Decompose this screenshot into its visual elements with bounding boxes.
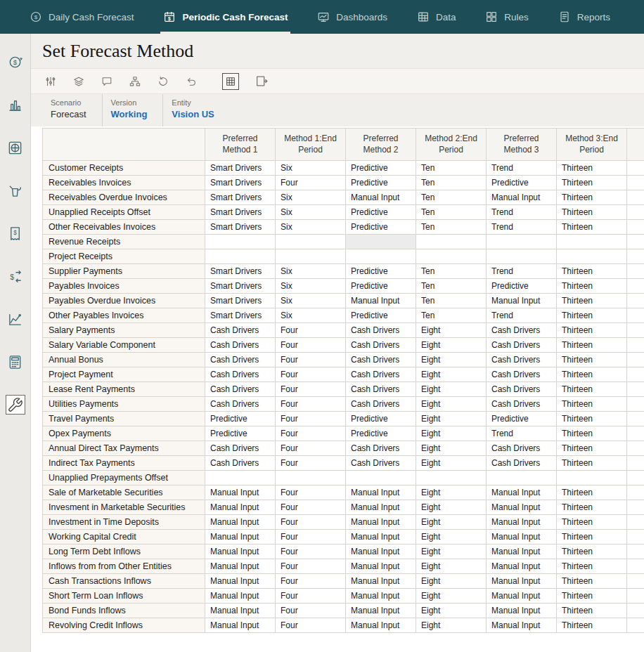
- grid-cell[interactable]: [205, 471, 276, 485]
- row-label[interactable]: Short Term Loan Inflows: [43, 589, 205, 604]
- grid-cell[interactable]: Manual Input: [346, 190, 416, 205]
- grid-cell[interactable]: [276, 235, 346, 249]
- grid-cell[interactable]: Manual Input: [487, 589, 557, 604]
- grid-cell[interactable]: Four: [276, 353, 346, 367]
- grid-cell[interactable]: [416, 249, 487, 264]
- grid-cell[interactable]: Cash Drivers: [346, 367, 416, 382]
- nav-tab-data[interactable]: Data: [413, 0, 461, 34]
- grid-cell[interactable]: Manual Input: [487, 190, 557, 205]
- grid-cell[interactable]: Thirteen: [557, 589, 627, 604]
- grid-cell[interactable]: Manual Input: [487, 545, 557, 559]
- grid-cell[interactable]: Manual Input: [487, 559, 557, 574]
- sidebar-item-wrench[interactable]: [6, 395, 25, 415]
- column-header-preferred-method-2[interactable]: Preferred Method 2: [346, 129, 416, 161]
- row-label[interactable]: Project Receipts: [43, 249, 205, 264]
- grid-cell[interactable]: Manual Input: [205, 604, 276, 618]
- grid-cell[interactable]: Eight: [416, 441, 487, 456]
- grid-cell[interactable]: Four: [276, 485, 346, 500]
- row-label[interactable]: Annual Bonus: [43, 353, 205, 367]
- grid-cell[interactable]: Ten: [416, 205, 487, 220]
- grid-cell[interactable]: Eight: [416, 382, 487, 397]
- grid-cell[interactable]: Thirteen: [557, 604, 627, 618]
- grid-cell[interactable]: Eight: [416, 367, 487, 382]
- grid-cell[interactable]: Four: [276, 367, 346, 382]
- grid-cell[interactable]: Manual Input: [487, 604, 557, 618]
- grid-cell[interactable]: Ten: [416, 190, 487, 205]
- grid-cell[interactable]: Four: [276, 545, 346, 559]
- sidebar-item-cash-cycle[interactable]: $: [6, 52, 25, 72]
- grid-cell[interactable]: Cash Drivers: [487, 397, 557, 412]
- row-label[interactable]: Lease Rent Payments: [43, 382, 205, 397]
- column-header-method-3-end-period[interactable]: Method 3:End Period: [557, 129, 627, 161]
- grid-cell[interactable]: Thirteen: [557, 485, 627, 500]
- grid-cell[interactable]: Trend: [487, 220, 557, 235]
- grid-cell[interactable]: Thirteen: [557, 205, 627, 220]
- grid-cell[interactable]: Four: [276, 589, 346, 604]
- grid-cell[interactable]: [557, 235, 627, 249]
- sidebar-item-trend-analysis[interactable]: [6, 309, 25, 329]
- grid-cell[interactable]: Four: [276, 426, 346, 441]
- grid-cell[interactable]: Four: [276, 323, 346, 338]
- grid-cell[interactable]: Manual Input: [346, 545, 416, 559]
- grid-cell[interactable]: Predictive: [346, 308, 416, 323]
- grid-cell[interactable]: Cash Drivers: [205, 397, 276, 412]
- grid-cell[interactable]: Predictive: [346, 205, 416, 220]
- grid-cell[interactable]: Predictive: [346, 161, 416, 176]
- grid-cell[interactable]: Eight: [416, 500, 487, 515]
- grid-cell[interactable]: Four: [276, 604, 346, 618]
- grid-cell[interactable]: [557, 471, 627, 485]
- grid-cell[interactable]: Cash Drivers: [346, 323, 416, 338]
- grid-cell[interactable]: Predictive: [205, 412, 276, 426]
- grid-cell[interactable]: Four: [276, 397, 346, 412]
- column-header-method-2-end-period[interactable]: Method 2:End Period: [416, 129, 487, 161]
- sidebar-item-cash-flow[interactable]: $: [6, 266, 25, 286]
- grid-cell[interactable]: Four: [276, 559, 346, 574]
- grid-cell[interactable]: Thirteen: [557, 559, 627, 574]
- toolbar-button-sliders[interactable]: [44, 74, 58, 89]
- grid-cell[interactable]: Four: [276, 441, 346, 456]
- row-label[interactable]: Other Payables Invoices: [43, 308, 205, 323]
- grid-cell[interactable]: Eight: [416, 412, 487, 426]
- grid-cell[interactable]: [487, 471, 557, 485]
- grid-cell[interactable]: Manual Input: [205, 559, 276, 574]
- grid-cell[interactable]: Trend: [487, 426, 557, 441]
- grid-cell[interactable]: Trend: [487, 205, 557, 220]
- pov-member-value[interactable]: Working: [111, 109, 148, 119]
- grid-cell[interactable]: Eight: [416, 426, 487, 441]
- grid-cell[interactable]: Cash Drivers: [487, 367, 557, 382]
- grid-cell[interactable]: Manual Input: [487, 500, 557, 515]
- grid-cell[interactable]: Cash Drivers: [205, 323, 276, 338]
- grid-cell[interactable]: Cash Drivers: [205, 382, 276, 397]
- nav-tab-rules[interactable]: Rules: [481, 0, 533, 34]
- grid-cell[interactable]: Four: [276, 500, 346, 515]
- grid-cell[interactable]: Predictive: [205, 426, 276, 441]
- grid-cell[interactable]: Eight: [416, 589, 487, 604]
- grid-cell[interactable]: Smart Drivers: [205, 279, 276, 294]
- grid-cell[interactable]: Manual Input: [205, 545, 276, 559]
- sidebar-item-invoice-dollar[interactable]: $: [6, 223, 25, 243]
- grid-cell[interactable]: Ten: [416, 294, 487, 308]
- grid-cell[interactable]: Thirteen: [557, 412, 627, 426]
- grid-cell[interactable]: Manual Input: [487, 515, 557, 530]
- column-header-preferred-method-1[interactable]: Preferred Method 1: [205, 129, 276, 161]
- grid-cell[interactable]: Thirteen: [557, 294, 627, 308]
- grid-cell[interactable]: Smart Drivers: [205, 264, 276, 279]
- grid-cell[interactable]: Manual Input: [346, 589, 416, 604]
- grid-cell[interactable]: Predictive: [346, 264, 416, 279]
- pov-item-entity[interactable]: EntityVision US: [163, 94, 229, 126]
- row-label[interactable]: Inflows from from Other Entities: [43, 559, 205, 574]
- grid-cell[interactable]: Thirteen: [557, 441, 627, 456]
- grid-cell[interactable]: Thirteen: [557, 545, 627, 559]
- grid-cell[interactable]: Manual Input: [205, 515, 276, 530]
- row-label[interactable]: Revolving Credit Inflows: [43, 618, 205, 633]
- grid-cell[interactable]: Cash Drivers: [205, 353, 276, 367]
- pov-item-scenario[interactable]: ScenarioForecast: [42, 94, 103, 126]
- grid-cell[interactable]: Thirteen: [557, 264, 627, 279]
- toolbar-button-undo[interactable]: [184, 74, 198, 89]
- grid-cell[interactable]: Cash Drivers: [487, 353, 557, 367]
- grid-cell[interactable]: Six: [276, 190, 346, 205]
- grid-cell[interactable]: Trend: [487, 308, 557, 323]
- row-label[interactable]: Other Receivables Invoices: [43, 220, 205, 235]
- grid-cell[interactable]: Manual Input: [346, 530, 416, 545]
- sidebar-item-bar-chart[interactable]: [6, 95, 25, 115]
